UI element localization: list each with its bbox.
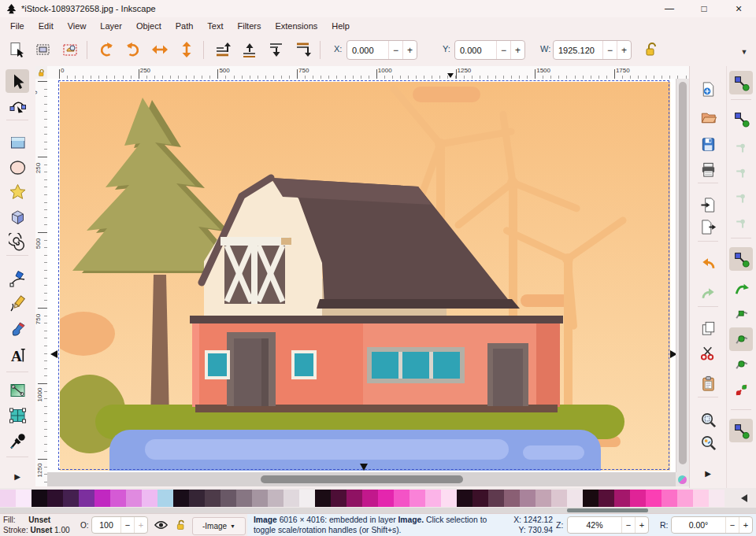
palette-swatch[interactable] [220,490,236,507]
lock-ratio-toggle[interactable] [639,38,663,61]
lower-button[interactable] [265,38,288,61]
opacity-value[interactable]: 100 [92,517,120,533]
scale-handle-right[interactable] [670,350,676,358]
rotate-cw-button[interactable] [121,38,145,61]
maximize-button[interactable]: □ [687,0,721,17]
x-plus-button[interactable]: + [402,41,417,59]
palette-swatch[interactable] [709,490,724,507]
palette-swatch[interactable] [598,490,614,507]
toolbox-expander[interactable]: ▶ [6,464,29,488]
y-plus-button[interactable]: + [510,41,524,59]
palette-swatch[interactable] [0,490,16,507]
x-field-value[interactable]: 0.000 [347,41,388,59]
w-field-value[interactable]: 1925.120 [554,41,602,59]
zoom-field[interactable]: 42% − + [567,516,649,534]
w-minus-button[interactable]: − [602,41,617,59]
raise-to-top-button[interactable] [211,38,235,61]
rotation-value[interactable]: 0.00° [672,517,725,533]
zoom-plus-button[interactable]: + [635,517,648,533]
select-all-layers-button[interactable] [32,38,55,61]
palette-swatch[interactable] [394,490,410,507]
toolbar-overflow-button[interactable]: ▼ [732,40,756,64]
palette-swatch[interactable] [315,490,331,507]
menu-filters[interactable]: Filters [231,20,269,32]
deselect-button[interactable] [58,38,82,61]
duplicate-button[interactable] [696,316,720,340]
snap-enabled-toggle[interactable] [729,71,753,94]
redo-button[interactable] [696,282,720,305]
palette-swatch[interactable] [47,490,63,507]
menu-help[interactable]: Help [324,20,357,32]
palette-swatch[interactable] [410,490,425,507]
scale-handle-bottom[interactable] [360,464,368,471]
document-open-button[interactable] [696,105,720,128]
snap-bbox-centers-toggle[interactable] [729,209,753,233]
palette-swatch[interactable] [457,490,472,507]
tool-selector[interactable] [6,69,29,93]
tool-ellipse[interactable] [6,155,29,179]
x-field[interactable]: 0.000 − + [346,40,417,60]
menu-path[interactable]: Path [169,20,201,32]
palette-swatch[interactable] [378,490,394,507]
tool-spiral[interactable] [6,230,29,253]
ruler-corner[interactable] [35,66,48,79]
palette-swatch[interactable] [173,490,189,507]
layer-visibility-icon[interactable] [154,519,168,530]
tool-text[interactable]: A [6,343,29,367]
horizontal-scrollbar-thumb[interactable] [261,475,463,483]
cms-toggle[interactable] [676,472,689,486]
tool-pen[interactable] [6,266,29,290]
vertical-scrollbar-thumb[interactable] [679,82,687,464]
tool-node-editor[interactable] [6,93,29,116]
canvas[interactable] [47,79,676,472]
palette-swatch[interactable] [425,490,441,507]
palette-swatch[interactable] [331,490,346,507]
commands-bar-expander[interactable]: ▶ [696,461,720,485]
y-minus-button[interactable]: − [496,41,510,59]
menu-file[interactable]: File [3,20,32,32]
palette-swatch[interactable] [520,490,536,507]
export-button[interactable] [696,215,720,238]
palette-swatch[interactable] [158,490,173,507]
palette-swatch[interactable] [614,490,630,507]
menu-layer[interactable]: Layer [93,20,129,32]
tool-gradient[interactable] [6,378,29,401]
y-field-value[interactable]: 0.000 [455,41,496,59]
snap-cusp-nodes-toggle[interactable] [729,327,753,351]
palette-swatch[interactable] [441,490,457,507]
rotation-plus-button[interactable]: + [739,517,752,533]
x-minus-button[interactable]: − [388,41,402,59]
snap-midpoints-toggle[interactable] [729,378,753,401]
stroke-width-value[interactable]: 1.00 [54,526,69,534]
palette-swatch[interactable] [94,490,110,507]
rotation-minus-button[interactable]: − [725,517,739,533]
palette-swatch[interactable] [236,490,252,507]
rotation-field[interactable]: 0.00° − + [671,516,753,534]
palette-swatch[interactable] [16,490,32,507]
snap-bbox-edge-midpoints-toggle[interactable] [729,184,753,208]
palette-swatch[interactable] [583,490,598,507]
palette-swatch[interactable] [472,490,488,507]
document-print-button[interactable] [696,157,720,181]
snap-smooth-nodes-toggle[interactable] [729,353,753,376]
menu-view[interactable]: View [61,20,94,32]
tool-calligraphy[interactable] [6,316,29,340]
snap-paths-toggle[interactable] [729,277,753,301]
page-image[interactable] [59,81,671,471]
vertical-ruler[interactable]: 025050075010001250 [35,79,48,486]
zoom-value[interactable]: 42% [568,517,621,533]
w-plus-button[interactable]: + [617,41,631,59]
tool-dropper[interactable] [6,429,29,453]
lower-to-bottom-button[interactable] [291,38,315,61]
close-button[interactable]: × [721,0,756,17]
palette-swatch[interactable] [504,490,520,507]
palette-scrollbar-thumb[interactable] [567,508,648,512]
paste-button[interactable] [696,372,720,395]
palette-swatch[interactable] [346,490,362,507]
fill-value[interactable]: Unset [28,516,50,524]
minimize-button[interactable]: — [652,0,687,17]
palette-swatch[interactable] [536,490,551,507]
palette-swatch[interactable] [646,490,662,507]
y-field[interactable]: 0.000 − + [454,40,525,60]
palette-swatch[interactable] [205,490,220,507]
